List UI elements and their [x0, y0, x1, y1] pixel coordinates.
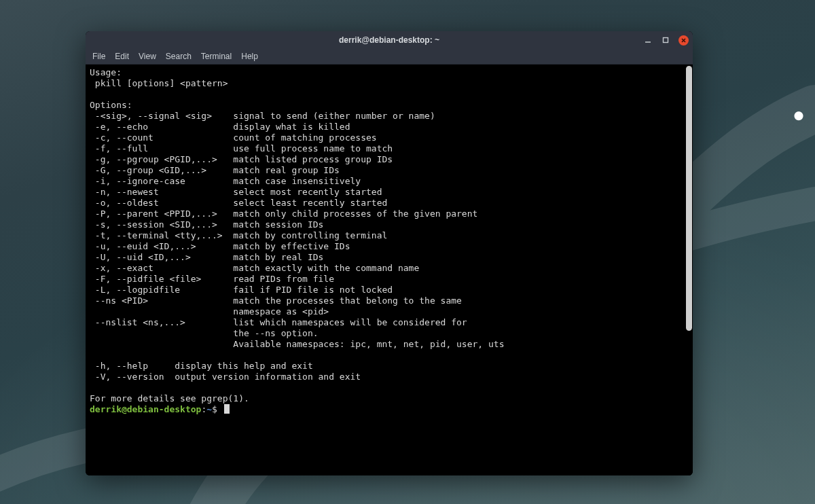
scrollbar[interactable] [685, 65, 693, 475]
maximize-icon[interactable] [661, 35, 670, 45]
prompt-user-host: derrik@debian-desktop [90, 404, 201, 414]
prompt-path: ~ [206, 404, 212, 414]
close-icon[interactable] [678, 35, 689, 46]
minimize-icon[interactable] [643, 35, 653, 45]
menu-edit[interactable]: Edit [115, 52, 129, 61]
menu-terminal[interactable]: Terminal [201, 52, 232, 61]
desktop-background: derrik@debian-desktop: ~ File Edit View … [0, 0, 815, 504]
svg-rect-1 [664, 38, 668, 43]
menu-view[interactable]: View [139, 52, 156, 61]
terminal-area: Usage: pkill [options] <pattern> Options… [86, 65, 693, 475]
window-controls [643, 31, 689, 49]
menubar: File Edit View Search Terminal Help [86, 49, 693, 65]
cursor [224, 404, 230, 414]
prompt-symbol: $ [212, 404, 223, 414]
window-title: derrik@debian-desktop: ~ [86, 35, 693, 45]
menu-file[interactable]: File [92, 52, 105, 61]
terminal-window: derrik@debian-desktop: ~ File Edit View … [86, 31, 693, 475]
terminal-output[interactable]: Usage: pkill [options] <pattern> Options… [86, 65, 685, 475]
scrollbar-thumb[interactable] [686, 66, 692, 331]
titlebar[interactable]: derrik@debian-desktop: ~ [86, 31, 693, 49]
menu-search[interactable]: Search [166, 52, 192, 61]
menu-help[interactable]: Help [241, 52, 258, 61]
